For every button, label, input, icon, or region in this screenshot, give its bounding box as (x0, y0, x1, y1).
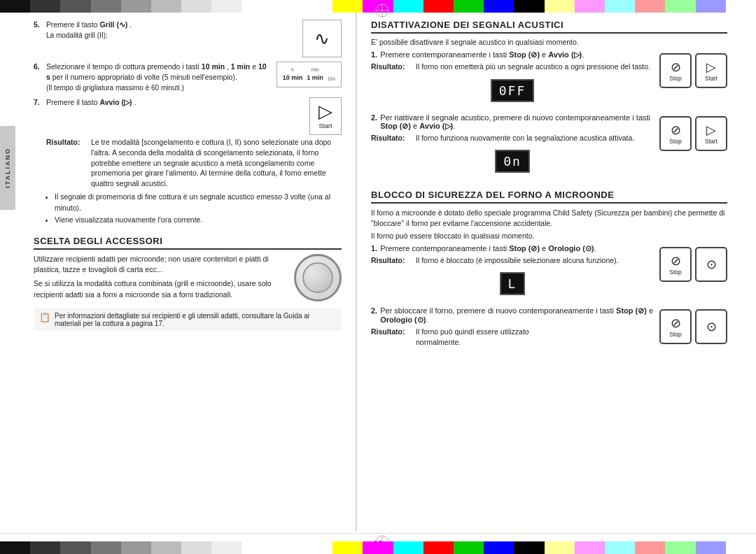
accessori-note: 📋 Per informazioni dettagliate sui recip… (34, 308, 342, 331)
step-5-sub: La modalità grill (II): (46, 31, 108, 39)
blocco-step1-content: Premere contemporaneamente i tasti Stop … (380, 244, 596, 253)
dis-result-text-2: Il forno funziona nuovamente con la segn… (416, 133, 634, 143)
step-5-close: . (130, 20, 132, 29)
stop-symbol-1: ⊘ (671, 59, 681, 75)
blocco-step1: 1. Premere contemporaneamente i tasti St… (371, 244, 727, 303)
stop-button-3: ⊘ Stop (659, 247, 692, 282)
stop-button-2: ⊘ Stop (659, 116, 692, 151)
off-display: 0FF (491, 79, 535, 102)
step-5: 5. Premere il tasto Grill (∿) . La modal… (34, 20, 342, 57)
dis-step2-num: 2. (371, 113, 377, 131)
blocco-result-line1: Il forno può quindi essere utilizzato (416, 327, 529, 336)
step-5-content: Premere il tasto Grill (∿) . La modalità… (46, 20, 342, 57)
blocco-intro1: Il forno a microonde è dotato dello spec… (371, 208, 727, 228)
dis-step1-text: 1. Premere contemporaneamente i tasti St… (371, 50, 659, 109)
dis-result-label-2: Risultato: (371, 133, 413, 143)
dis-step1-content: Premere contemporaneamente i tasti Stop … (380, 50, 584, 59)
step-6-num: 6. (34, 62, 43, 92)
step-7-close: . (134, 98, 136, 106)
dis-step2-result: Risultato: Il forno funziona nuovamente … (371, 133, 654, 143)
clock-button-2: ⊙ (695, 309, 727, 344)
dis-step1-result: Risultato: Il forno non emetterà più un … (371, 62, 654, 72)
lock-display: L (500, 272, 526, 295)
stop-symbol-3: ⊘ (671, 253, 681, 269)
disattivazione-intro: E' possibile disattivare il segnale acus… (371, 38, 727, 46)
start-icon-box: ▷ Start (309, 97, 342, 136)
blocco-title: BLOCCO DI SICUREZZA DEL FORNO A MICROOND… (371, 190, 727, 204)
dis-buttons-1: ⊘ Stop ▷ Start (659, 53, 727, 88)
result-label-7: Risultato: (46, 137, 88, 188)
blocco-step2-content: Per sbloccare il forno, premere di nuovo… (380, 306, 654, 325)
step-6-bold2: 1 min (231, 62, 250, 71)
accessori-image (294, 254, 342, 301)
start-button-2: ▷ Start (695, 116, 727, 151)
blocco-step1-row: 1. Premere contemporaneamente i tasti St… (371, 244, 654, 253)
clock-symbol-2: ⊙ (706, 319, 717, 334)
dis-display-2: 0n (371, 147, 654, 176)
dis-step2-text: 2. Per riattivare il segnale acustico, p… (371, 113, 659, 180)
blocco-step2-text: 2. Per sbloccare il forno, premere di nu… (371, 306, 659, 347)
start-symbol-2: ▷ (706, 122, 716, 138)
accessori-title: SCELTA DEGLI ACCESSORI (34, 236, 342, 250)
dis-step1-row: 1. Premere contemporaneamente i tasti St… (371, 50, 654, 59)
dish-inner (302, 262, 333, 293)
bullet-1: Il segnale di promemoria di fine cottura… (55, 192, 342, 214)
blocco-buttons-1: ⊘ Stop ⊙ (659, 247, 727, 282)
stop-symbol-2: ⊘ (671, 122, 681, 138)
disattivazione-title: DISATTIVAZIONE DEI SEGNALI ACUSTICI (371, 20, 727, 34)
step-6-content: Selezionare il tempo di cottura premendo… (46, 62, 342, 92)
blocco-buttons-2: ⊘ Stop ⊙ (659, 309, 727, 344)
bottom-color-bar (0, 541, 756, 554)
dis-step1-num: 1. (371, 50, 377, 59)
bullet-2: Viene visualizzata nuovamente l'ora corr… (55, 215, 342, 226)
step-7-bold: Avvio (▷) (99, 98, 132, 106)
stop-label-4: Stop (669, 331, 682, 338)
on-display: 0n (495, 150, 530, 173)
step-7-text: Premere il tasto (46, 98, 99, 106)
sidebar-label: ITALIANO (4, 148, 11, 188)
disattivazione-section: DISATTIVAZIONE DEI SEGNALI ACUSTICI E' p… (371, 20, 727, 180)
step-6-text: Selezionare il tempo di cottura premendo… (46, 62, 202, 71)
right-column: DISATTIVAZIONE DEI SEGNALI ACUSTICI E' p… (356, 13, 741, 532)
dis-buttons-2: ⊘ Stop ▷ Start (659, 116, 727, 151)
dis-step2-content: Per riattivare il segnale acustico, prem… (380, 113, 654, 131)
start-button-1: ▷ Start (695, 53, 727, 88)
step-5-text: Premere il tasto (46, 20, 99, 29)
step-7: 7. Premere il tasto Avvio (▷) . ▷ Start … (34, 97, 342, 229)
blocco-result-line2: normalmente. (416, 338, 461, 346)
start-label-1: Start (705, 75, 718, 82)
start-label: Start (318, 122, 332, 131)
blocco-section: BLOCCO DI SICUREZZA DEL FORNO A MICROOND… (371, 190, 727, 347)
stop-symbol-4: ⊘ (671, 315, 681, 331)
blocco-result-label-1: Risultato: (371, 255, 413, 266)
step-6-sub: (Il tempo di grigliatura massimo è 60 mi… (46, 84, 184, 92)
dis-step2-row: 2. Per riattivare il segnale acustico, p… (371, 113, 654, 131)
result-text-7: Le tre modalità [scongelamento e cottura… (91, 137, 342, 188)
start-label-2: Start (705, 138, 718, 145)
stop-button-1: ⊘ Stop (659, 53, 692, 88)
step-7-content: Premere il tasto Avvio (▷) . ▷ Start Ris… (46, 97, 342, 229)
blocco-result-label-2: Risultato: (371, 327, 413, 347)
step-6-text3: e (252, 62, 258, 71)
main-content: 5. Premere il tasto Grill (∿) . La modal… (13, 13, 743, 532)
dis-display-1: 0FF (371, 76, 654, 105)
blocco-step2-row: 2. Per sbloccare il forno, premere di nu… (371, 306, 654, 325)
clock-button-1: ⊙ (695, 247, 727, 282)
blocco-step2: 2. Per sbloccare il forno, premere di nu… (371, 306, 727, 347)
accessori-content: Utilizzare recipienti adatti per microon… (34, 254, 342, 331)
note-icon: 📋 (39, 312, 50, 322)
start-symbol-1: ▷ (706, 59, 716, 75)
step-6: 6. Selezionare il tempo di cottura preme… (34, 62, 342, 92)
stop-button-4: ⊘ Stop (659, 309, 692, 344)
step-5-bold: Grill (∿) (99, 20, 127, 29)
step-7-num: 7. (34, 97, 43, 229)
dis-result-label-1: Risultato: (371, 62, 413, 72)
start-symbol: ▷ (318, 102, 332, 120)
stop-label-1: Stop (669, 75, 682, 82)
dish-circle (294, 254, 342, 301)
blocco-intro2: Il forno può essere bloccato in qualsias… (371, 232, 727, 240)
blocco-result-text-2: Il forno può quindi essere utilizzato no… (416, 327, 529, 347)
blocco-result-text-1: Il forno è bloccato (è impossibile selez… (416, 255, 619, 266)
step-7-result: Risultato: Le tre modalità [scongelament… (46, 137, 342, 188)
blocco-step1-text: 1. Premere contemporaneamente i tasti St… (371, 244, 659, 303)
